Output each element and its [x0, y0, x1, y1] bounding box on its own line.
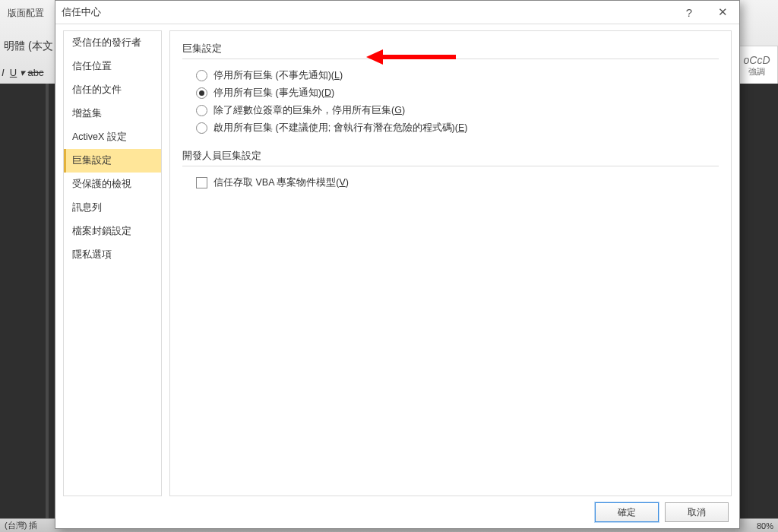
macro-option-3[interactable]: 啟用所有巨集 (不建議使用; 會執行有潛在危險的程式碼)(E) — [182, 119, 719, 137]
sidebar: 受信任的發行者信任位置信任的文件增益集ActiveX 設定巨集設定受保護的檢視訊… — [63, 30, 162, 496]
dialog-body: 受信任的發行者信任位置信任的文件增益集ActiveX 設定巨集設定受保護的檢視訊… — [55, 24, 739, 496]
ok-button[interactable]: 確定 — [595, 502, 659, 522]
dialog-titlebar: 信任中心 ? ✕ — [55, 1, 739, 24]
sidebar-item-0[interactable]: 受信任的發行者 — [64, 31, 161, 55]
ribbon-tab[interactable]: 版面配置 — [0, 0, 44, 20]
sidebar-item-6[interactable]: 受保護的檢視 — [64, 173, 161, 196]
underline-button[interactable]: U — [10, 67, 17, 78]
sidebar-item-1[interactable]: 信任位置 — [64, 55, 161, 78]
sidebar-item-4[interactable]: ActiveX 設定 — [64, 125, 161, 149]
macro-option-0[interactable]: 停用所有巨集 (不事先通知)(L) — [182, 67, 719, 84]
sidebar-item-9[interactable]: 隱私選項 — [64, 243, 161, 267]
content-panel: 巨集設定 停用所有巨集 (不事先通知)(L)停用所有巨集 (事先通知)(D)除了… — [169, 30, 732, 496]
trust-center-dialog: 信任中心 ? ✕ 受信任的發行者信任位置信任的文件增益集ActiveX 設定巨集… — [55, 0, 740, 529]
macro-options-group: 停用所有巨集 (不事先通知)(L)停用所有巨集 (事先通知)(D)除了經數位簽章… — [182, 67, 719, 137]
close-button[interactable]: ✕ — [706, 1, 739, 24]
macro-option-label: 啟用所有巨集 (不建議使用; 會執行有潛在危險的程式碼)(E) — [213, 122, 467, 135]
style-text: oCcD — [743, 54, 770, 66]
cancel-label: 取消 — [688, 506, 706, 519]
ok-label: 確定 — [618, 506, 636, 519]
checkbox-icon — [196, 177, 207, 188]
ribbon-tab-label: 版面配置 — [8, 7, 44, 20]
macro-option-2[interactable]: 除了經數位簽章的巨集外，停用所有巨集(G) — [182, 102, 719, 119]
radio-icon — [196, 87, 207, 99]
cancel-button[interactable]: 取消 — [665, 502, 729, 522]
strike-button[interactable]: abc — [27, 67, 43, 78]
macro-settings-heading: 巨集設定 — [182, 42, 719, 55]
dev-macro-heading: 開發人員巨集設定 — [182, 149, 719, 163]
dialog-title: 信任中心 — [62, 6, 672, 19]
sidebar-item-8[interactable]: 檔案封鎖設定 — [64, 220, 161, 243]
style-label: 強調 — [748, 66, 765, 78]
style-preview[interactable]: oCcD 強調 — [735, 46, 778, 85]
sidebar-item-3[interactable]: 增益集 — [64, 102, 161, 125]
vba-trust-label: 信任存取 VBA 專案物件模型(V) — [213, 176, 349, 189]
help-icon: ? — [686, 6, 692, 19]
separator — [182, 166, 719, 166]
help-button[interactable]: ? — [672, 1, 706, 24]
radio-icon — [196, 70, 207, 81]
sidebar-item-7[interactable]: 訊息列 — [64, 196, 161, 220]
macro-option-label: 停用所有巨集 (不事先通知)(L) — [213, 69, 343, 82]
font-format-group: I U ▾ abc — [0, 67, 43, 78]
close-icon: ✕ — [718, 5, 728, 19]
font-name-box[interactable]: 明體 (本文 — [0, 40, 53, 53]
status-left: (台灣) 插 — [5, 520, 37, 531]
status-right: 80% — [757, 521, 773, 530]
macro-option-1[interactable]: 停用所有巨集 (事先通知)(D) — [182, 84, 719, 102]
macro-option-label: 除了經數位簽章的巨集外，停用所有巨集(G) — [213, 104, 405, 117]
sidebar-item-5[interactable]: 巨集設定 — [64, 149, 161, 173]
dialog-footer: 確定 取消 — [55, 496, 739, 528]
radio-icon — [196, 122, 207, 134]
macro-option-label: 停用所有巨集 (事先通知)(D) — [213, 87, 334, 100]
vba-trust-checkbox-row[interactable]: 信任存取 VBA 專案物件模型(V) — [182, 174, 719, 192]
italic-button[interactable]: I — [2, 67, 5, 78]
separator — [182, 59, 719, 59]
radio-icon — [196, 105, 207, 116]
sidebar-item-2[interactable]: 信任的文件 — [64, 78, 161, 102]
